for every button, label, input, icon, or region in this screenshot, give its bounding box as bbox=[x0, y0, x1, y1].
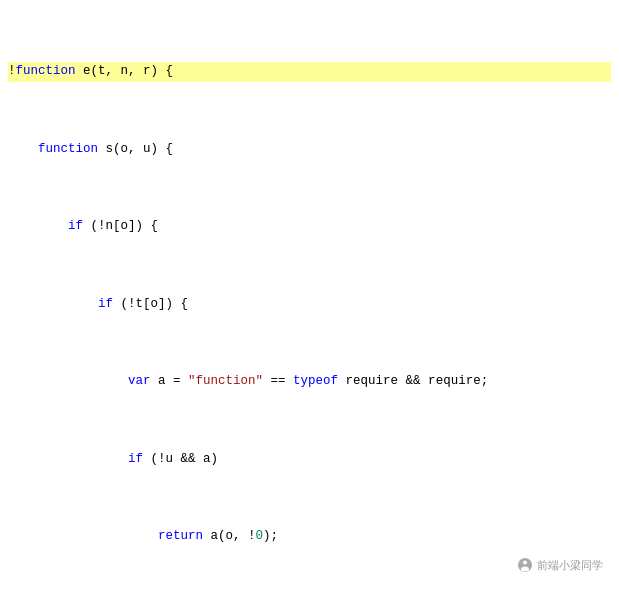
code-line-5: var a = "function" == typeof require && … bbox=[8, 372, 611, 391]
svg-point-1 bbox=[523, 561, 527, 565]
watermark-text: 前端小梁同学 bbox=[537, 558, 603, 573]
code-line-6: if (!u && a) bbox=[8, 450, 611, 469]
code-line-3: if (!n[o]) { bbox=[8, 217, 611, 236]
watermark-icon bbox=[517, 557, 533, 573]
code-line-1: !function e(t, n, r) { bbox=[8, 62, 611, 81]
svg-point-2 bbox=[521, 567, 529, 572]
code-block: !function e(t, n, r) { function s(o, u) … bbox=[0, 0, 619, 591]
watermark: 前端小梁同学 bbox=[517, 557, 603, 573]
code-container: !function e(t, n, r) { function s(o, u) … bbox=[0, 0, 619, 591]
code-line-7: return a(o, !0); bbox=[8, 527, 611, 546]
code-line-4: if (!t[o]) { bbox=[8, 295, 611, 314]
code-line-2: function s(o, u) { bbox=[8, 140, 611, 159]
